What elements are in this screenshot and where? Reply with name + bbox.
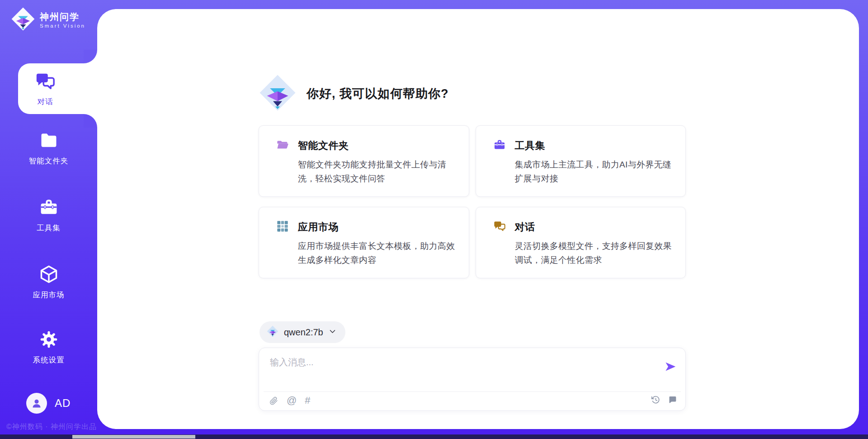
sidebar-item-smart-folder[interactable]: 智能文件夹: [0, 130, 97, 166]
sidebar-item-label: 对话: [38, 97, 53, 107]
sidebar-item-label: 智能文件夹: [29, 156, 69, 166]
tab-curve-top: [84, 50, 97, 63]
mention-icon[interactable]: @: [287, 395, 297, 406]
user-initials: AD: [55, 397, 71, 410]
model-selector[interactable]: qwen2:7b: [259, 321, 345, 343]
diamond-logo-icon: [259, 74, 297, 114]
chat-icon: [35, 71, 56, 94]
attach-icon[interactable]: [269, 396, 278, 406]
greeting-text: 你好, 我可以如何帮助你?: [307, 86, 449, 102]
brand-name: 神州问学: [40, 11, 85, 22]
brand-logo: 神州问学 Smart Vision: [11, 7, 85, 33]
card-title: 对话: [515, 220, 535, 234]
composer-divider: [264, 391, 681, 392]
avatar: [26, 393, 47, 414]
sidebar-item-label: 系统设置: [33, 355, 65, 365]
card-chat[interactable]: 对话 灵活切换多模型文件，支持多样回复效果调试，满足个性化需求: [476, 207, 686, 278]
sidebar: 神州问学 Smart Vision 对话 智能文件夹: [0, 0, 97, 439]
sidebar-item-toolset[interactable]: 工具集: [0, 197, 97, 233]
model-name: qwen2:7b: [284, 327, 323, 338]
feature-cards: 智能文件夹 智能文件夹功能支持批量文件上传与清洗，轻松实现文件问答: [259, 125, 686, 278]
user-profile[interactable]: AD: [26, 393, 71, 414]
card-title: 智能文件夹: [298, 139, 349, 153]
cube-icon: [39, 264, 59, 286]
sidebar-item-chat[interactable]: 对话: [18, 63, 97, 114]
sidebar-item-label: 应用市场: [33, 290, 65, 300]
tab-curve-bottom: [84, 114, 97, 128]
message-composer: @ #: [259, 348, 686, 411]
card-description: 应用市场提供丰富长文本模板，助力高效生成多样化文章内容: [298, 239, 457, 267]
chat-icon: [493, 220, 506, 234]
card-title: 工具集: [515, 139, 546, 153]
card-description: 灵活切换多模型文件，支持多样回复效果调试，满足个性化需求: [515, 239, 674, 267]
card-description: 集成市场上主流工具，助力AI与外界无缝扩展与对接: [515, 157, 674, 186]
gear-icon: [39, 329, 59, 351]
sidebar-item-settings[interactable]: 系统设置: [0, 329, 97, 365]
history-icon[interactable]: [651, 395, 660, 405]
brand-diamond-icon: [11, 7, 35, 33]
hash-icon[interactable]: #: [305, 395, 310, 406]
copyright-text: ©神州数码 · 神州问学出品: [6, 422, 97, 432]
brand-subtitle: Smart Vision: [40, 23, 85, 29]
grid-icon: [276, 220, 289, 234]
send-icon[interactable]: [664, 360, 677, 373]
toolbox-icon: [493, 138, 506, 153]
toolbox-icon: [39, 197, 59, 219]
folder-open-icon: [276, 138, 289, 153]
main-surface: 你好, 我可以如何帮助你? 智能文件夹 智能文件夹功能支持批量文件上传与清洗，轻…: [97, 9, 859, 429]
comment-icon[interactable]: [668, 395, 677, 405]
card-smart-folder[interactable]: 智能文件夹 智能文件夹功能支持批量文件上传与清洗，轻松实现文件问答: [259, 125, 469, 197]
sidebar-item-app-market[interactable]: 应用市场: [0, 264, 97, 300]
greeting: 你好, 我可以如何帮助你?: [259, 74, 449, 114]
message-input[interactable]: [270, 356, 650, 381]
card-title: 应用市场: [298, 220, 339, 234]
folder-icon: [39, 130, 59, 152]
sidebar-item-label: 工具集: [37, 223, 61, 233]
card-app-market[interactable]: 应用市场 应用市场提供丰富长文本模板，助力高效生成多样化文章内容: [259, 207, 469, 278]
diamond-logo-icon: [267, 325, 278, 339]
card-toolset[interactable]: 工具集 集成市场上主流工具，助力AI与外界无缝扩展与对接: [476, 125, 686, 197]
horizontal-scrollbar[interactable]: [72, 435, 195, 439]
card-description: 智能文件夹功能支持批量文件上传与清洗，轻松实现文件问答: [298, 157, 457, 186]
chevron-down-icon: [329, 328, 336, 337]
